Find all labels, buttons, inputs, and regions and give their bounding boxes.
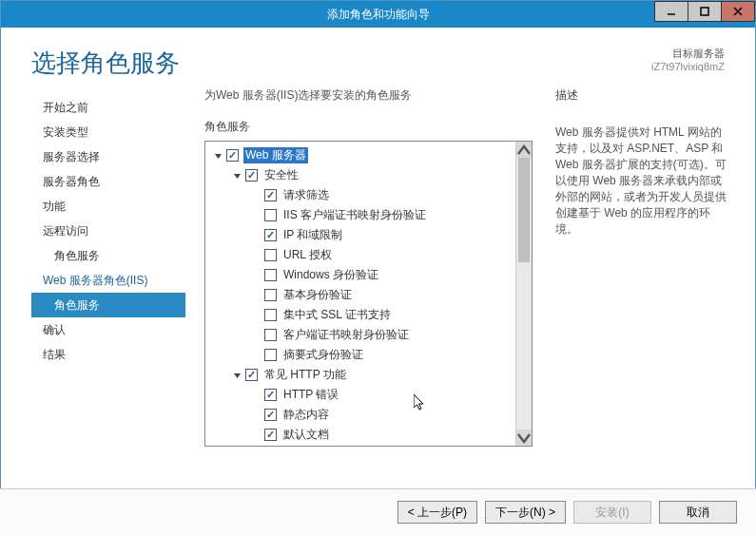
window-controls [655,1,755,22]
chevron-down-icon[interactable] [232,170,243,182]
main-area: 开始之前安装类型服务器选择服务器角色功能远程访问角色服务Web 服务器角色(II… [1,87,755,477]
checkbox[interactable] [264,349,277,361]
server-info: 目标服务器 iZ7t97lvixiq8mZ [651,47,725,72]
previous-button[interactable]: < 上一步(P) [397,501,477,524]
checkbox[interactable] [264,429,277,441]
svg-rect-1 [701,8,708,15]
tree-item-label[interactable]: HTTP 错误 [281,387,340,403]
nav-item[interactable]: 角色服务 [31,293,185,317]
checkbox[interactable] [245,369,258,381]
maximize-button[interactable] [688,1,722,22]
page-title: 选择角色服务 [31,47,180,80]
checkbox[interactable] [264,409,277,421]
tree-item-label[interactable]: 请求筛选 [281,187,331,203]
tree-row[interactable]: Windows 身份验证 [207,265,514,285]
expander-none [251,330,262,341]
expander-none [251,390,262,401]
tree-row[interactable]: 基本身份验证 [207,285,514,305]
install-button: 安装(I) [573,501,651,524]
tree-scroll[interactable]: Web 服务器安全性请求筛选IIS 客户端证书映射身份验证IP 和域限制URL … [205,142,515,446]
tree-container: Web 服务器安全性请求筛选IIS 客户端证书映射身份验证IP 和域限制URL … [204,141,533,447]
checkbox[interactable] [264,249,277,261]
vertical-scrollbar[interactable] [515,142,532,446]
tree-item-label[interactable]: 集中式 SSL 证书支持 [281,307,393,323]
tree-row[interactable]: URL 授权 [207,245,514,265]
tree-item-label[interactable]: 默认文档 [281,427,331,443]
scroll-thumb[interactable] [518,158,530,262]
tree-item-label[interactable]: 摘要式身份验证 [281,347,365,363]
instruction-text: 为Web 服务器(IIS)选择要安装的角色服务 [204,87,533,104]
expander-none [251,270,262,281]
tree-row[interactable]: 集中式 SSL 证书支持 [207,305,514,325]
checkbox[interactable] [264,209,277,221]
cancel-button[interactable]: 取消 [659,501,737,524]
tree-item-label[interactable]: 客户端证书映射身份验证 [281,327,411,343]
tree-item-label[interactable]: 静态内容 [281,407,331,423]
checkbox[interactable] [264,309,277,321]
nav-item[interactable]: 角色服务 [31,243,185,268]
header: 选择角色服务 目标服务器 iZ7t97lvixiq8mZ [1,28,755,87]
scroll-down-icon[interactable] [516,430,532,446]
checkbox[interactable] [245,169,258,182]
expander-none [251,230,262,241]
nav-item[interactable]: 功能 [31,194,185,219]
tree-row[interactable]: 安全性 [207,165,514,185]
tree-row[interactable]: 客户端证书映射身份验证 [207,325,514,345]
description-column: 描述 Web 服务器提供对 HTML 网站的支持，以及对 ASP.NET、ASP… [540,87,740,477]
tree-item-label[interactable]: Windows 身份验证 [281,267,380,283]
nav-item[interactable]: Web 服务器角色(IIS) [31,268,185,293]
tree-item-label[interactable]: 安全性 [262,167,300,183]
close-button[interactable] [721,1,755,22]
tree-item-label[interactable]: Web 服务器 [243,147,308,163]
nav-item[interactable]: 服务器选择 [31,144,185,169]
checkbox[interactable] [264,289,277,301]
server-name: iZ7t97lvixiq8mZ [651,61,725,72]
content-column: 为Web 服务器(IIS)选择要安装的角色服务 角色服务 Web 服务器安全性请… [185,87,540,477]
nav-item[interactable]: 开始之前 [31,95,185,120]
window-title: 添加角色和功能向导 [1,7,755,23]
checkbox[interactable] [264,389,277,401]
scroll-up-icon[interactable] [516,142,532,158]
tree-item-label[interactable]: 基本身份验证 [281,287,354,303]
footer: < 上一步(P) 下一步(N) > 安装(I) 取消 [0,488,756,535]
checkbox[interactable] [226,149,239,162]
tree-row[interactable]: 默认文档 [207,425,514,445]
chevron-down-icon[interactable] [213,150,224,162]
checkbox[interactable] [264,269,277,281]
checkbox[interactable] [264,329,277,341]
chevron-down-icon[interactable] [232,370,243,381]
tree-row[interactable]: HTTP 错误 [207,385,514,405]
titlebar: 添加角色和功能向导 [1,1,755,28]
minimize-button[interactable] [654,1,688,22]
description-text: Web 服务器提供对 HTML 网站的支持，以及对 ASP.NET、ASP 和 … [555,124,732,238]
tree-row[interactable]: 静态内容 [207,405,514,425]
next-button[interactable]: 下一步(N) > [485,501,566,524]
tree-row[interactable]: 请求筛选 [207,185,514,205]
expander-none [251,190,262,201]
tree-row[interactable]: IIS 客户端证书映射身份验证 [207,205,514,225]
tree-row[interactable]: 常见 HTTP 功能 [207,365,514,385]
expander-none [251,210,262,221]
nav-item[interactable]: 安装类型 [31,120,185,144]
expander-none [251,310,262,321]
tree-item-label[interactable]: IIS 客户端证书映射身份验证 [281,207,428,223]
tree-item-label[interactable]: URL 授权 [281,247,334,263]
nav-item[interactable]: 确认 [31,317,185,342]
tree-item-label[interactable]: 常见 HTTP 功能 [262,367,348,383]
nav-item[interactable]: 结果 [31,342,185,367]
tree-row[interactable]: IP 和域限制 [207,225,514,245]
tree-section-label: 角色服务 [204,119,533,135]
scroll-track[interactable] [516,158,532,430]
expander-none [251,410,262,421]
tree-row[interactable]: Web 服务器 [207,145,514,165]
tree-item-label[interactable]: IP 和域限制 [281,227,344,243]
expander-none [251,250,262,261]
checkbox[interactable] [264,229,277,241]
desc-section-label: 描述 [555,87,732,104]
expander-none [251,290,262,301]
nav-sidebar: 开始之前安装类型服务器选择服务器角色功能远程访问角色服务Web 服务器角色(II… [31,87,185,477]
tree-row[interactable]: 摘要式身份验证 [207,345,514,365]
nav-item[interactable]: 远程访问 [31,219,185,243]
nav-item[interactable]: 服务器角色 [31,169,185,194]
checkbox[interactable] [264,189,277,201]
